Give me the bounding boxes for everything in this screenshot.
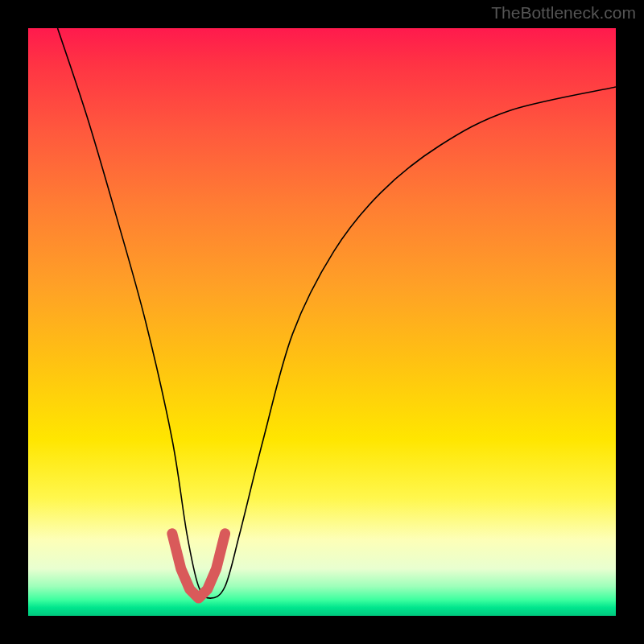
bottleneck-curve-path — [58, 28, 617, 598]
watermark-text: TheBottleneck.com — [491, 3, 636, 23]
plot-area — [28, 28, 616, 616]
valley-marker-path — [172, 534, 225, 598]
bottleneck-curve-svg — [28, 28, 616, 616]
